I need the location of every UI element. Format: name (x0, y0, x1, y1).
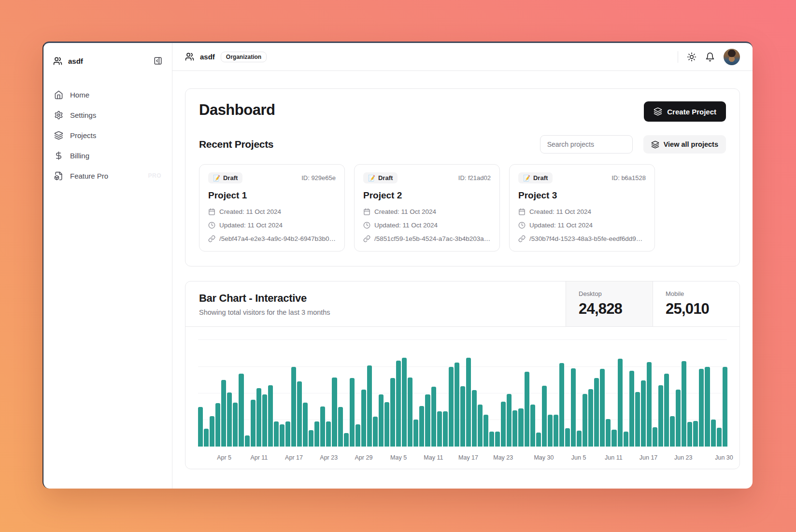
chart-bar[interactable] (554, 415, 558, 447)
sidebar-item-feature-pro[interactable]: Feature Pro PRO (43, 166, 172, 186)
chart-bar[interactable] (483, 415, 488, 447)
chart-bar[interactable] (326, 421, 331, 447)
sidebar-item-settings[interactable]: Settings (43, 105, 172, 125)
chart-bar[interactable] (402, 358, 407, 447)
chart-bar[interactable] (355, 424, 360, 447)
chart-bar[interactable] (594, 378, 599, 447)
chart-bar[interactable] (512, 410, 517, 447)
chart-bar[interactable] (297, 381, 302, 447)
chart-bar[interactable] (653, 427, 657, 447)
chart-bar[interactable] (583, 394, 587, 447)
chart-bar[interactable] (478, 405, 483, 447)
chart-bar[interactable] (723, 367, 727, 447)
chart-bar[interactable] (338, 407, 343, 447)
chart-bar[interactable] (198, 407, 203, 447)
chart-bar[interactable] (303, 403, 308, 447)
chart-bar[interactable] (408, 378, 412, 447)
chart-bar[interactable] (332, 378, 337, 447)
chart-bar[interactable] (245, 435, 250, 447)
chart-bar[interactable] (530, 405, 535, 447)
user-avatar[interactable] (724, 49, 740, 65)
chart-bar[interactable] (384, 402, 389, 447)
chart-bar[interactable] (221, 380, 226, 447)
chart-bar[interactable] (536, 433, 541, 447)
chart-bar[interactable] (379, 394, 384, 447)
sidebar-item-projects[interactable]: Projects (43, 125, 172, 145)
sidebar-collapse-icon[interactable] (154, 56, 162, 65)
chart-bar[interactable] (711, 420, 716, 447)
chart-bar[interactable] (641, 380, 646, 447)
chart-bar[interactable] (489, 432, 494, 447)
chart-bar[interactable] (548, 415, 553, 447)
chart-bar[interactable] (606, 419, 611, 447)
chart-bar[interactable] (455, 363, 459, 447)
chart-bar[interactable] (647, 362, 652, 447)
chart-bar[interactable] (705, 367, 710, 447)
chart-bar[interactable] (466, 358, 471, 447)
project-card[interactable]: 📝Draft ID: f21ad02 Project 2 Created: 11… (354, 164, 500, 252)
chart-bar[interactable] (658, 385, 663, 447)
chart-bar[interactable] (577, 431, 582, 447)
chart-bar[interactable] (215, 403, 220, 447)
stat-toggle-mobile[interactable]: Mobile 25,010 (653, 281, 739, 326)
chart-bar[interactable] (507, 394, 512, 447)
chart-bar[interactable] (431, 387, 436, 447)
chart-bar[interactable] (611, 430, 616, 447)
search-projects-input[interactable] (540, 135, 633, 154)
chart-bar[interactable] (256, 388, 261, 447)
chart-bar[interactable] (344, 433, 349, 447)
chart-bar[interactable] (262, 394, 267, 447)
chart-bar[interactable] (565, 428, 570, 447)
chart-bar[interactable] (699, 369, 704, 447)
project-card[interactable]: 📝Draft ID: b6a1528 Project 3 Created: 11… (509, 164, 655, 252)
chart-bar[interactable] (717, 428, 722, 447)
chart-bar[interactable] (618, 359, 623, 447)
chart-bar[interactable] (624, 432, 628, 447)
chart-bar[interactable] (291, 367, 296, 447)
chart-bar[interactable] (274, 421, 279, 447)
stat-toggle-desktop[interactable]: Desktop 24,828 (566, 281, 653, 326)
create-project-button[interactable]: Create Project (644, 101, 726, 122)
chart-bar[interactable] (204, 429, 209, 447)
sidebar-item-home[interactable]: Home (43, 84, 172, 105)
chart-bar[interactable] (437, 411, 442, 447)
chart-bar[interactable] (571, 368, 576, 447)
chart-bar[interactable] (396, 361, 401, 447)
chart-bar[interactable] (413, 420, 418, 447)
chart-bar[interactable] (629, 371, 634, 447)
chart-bar[interactable] (588, 389, 593, 447)
chart-bar[interactable] (501, 402, 506, 447)
chart-bar[interactable] (472, 390, 477, 447)
chart-bar[interactable] (227, 392, 232, 447)
chart-bar[interactable] (285, 421, 290, 447)
chart-bar[interactable] (693, 421, 698, 447)
view-all-projects-button[interactable]: View all projects (643, 135, 726, 154)
chart-bar[interactable] (460, 386, 465, 447)
chart-bar[interactable] (687, 422, 692, 447)
chart-bar[interactable] (390, 378, 395, 447)
chart-bar[interactable] (309, 430, 313, 447)
chart-bar[interactable] (210, 416, 214, 447)
chart-bar[interactable] (233, 403, 238, 447)
chart-bar[interactable] (314, 421, 319, 447)
chart-bar[interactable] (600, 369, 605, 447)
chart-bar[interactable] (518, 408, 523, 447)
chart-bar[interactable] (682, 361, 686, 447)
chart-bar[interactable] (443, 411, 448, 447)
chart-bar[interactable] (350, 378, 355, 447)
chart-bar[interactable] (664, 374, 669, 447)
theme-toggle-sun-icon[interactable] (687, 52, 696, 62)
chart-bar[interactable] (425, 394, 430, 447)
chart-bar[interactable] (495, 432, 500, 447)
chart-bar[interactable] (525, 372, 529, 447)
project-card[interactable]: 📝Draft ID: 929e65e Project 1 Created: 11… (199, 164, 345, 252)
chart-bar[interactable] (559, 363, 564, 447)
chart-bar[interactable] (635, 392, 640, 447)
chart-bar[interactable] (320, 406, 325, 447)
chart-bar[interactable] (239, 374, 243, 447)
chart-bar[interactable] (670, 416, 675, 447)
chart-bar[interactable] (361, 390, 366, 447)
chart-bar[interactable] (268, 385, 273, 447)
chart-bar[interactable] (676, 390, 681, 447)
sidebar-item-billing[interactable]: Billing (43, 145, 172, 166)
